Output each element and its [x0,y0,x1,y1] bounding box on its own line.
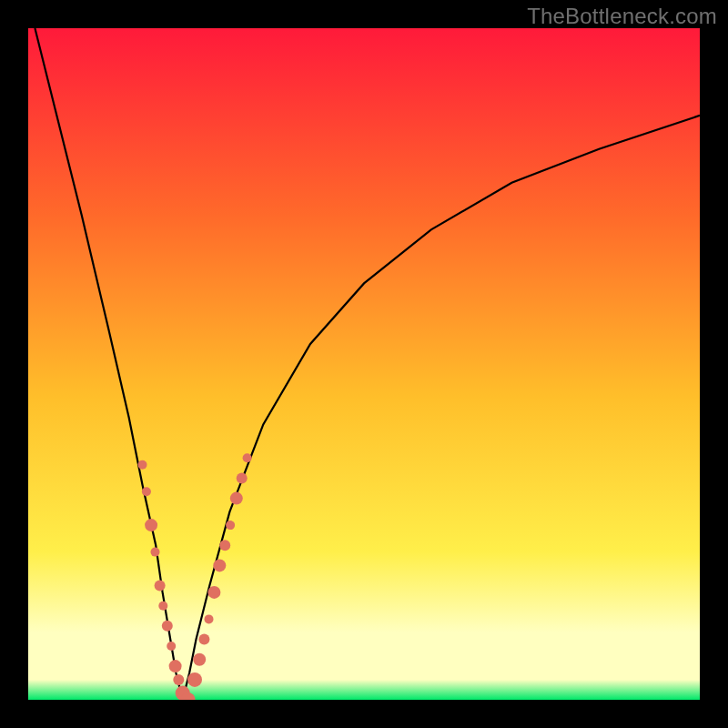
bead-marker [205,614,214,623]
bead-marker [138,460,147,470]
bead-marker [230,492,243,505]
bead-marker [173,674,184,685]
bead-marker [142,487,151,496]
bead-marker [237,473,248,484]
bead-marker [151,548,160,557]
curve-left-branch [35,28,182,700]
curve-layer [28,28,700,700]
bead-marker [226,521,235,530]
curve-right-branch [183,116,700,700]
bead-marker [198,634,209,645]
bead-marker [193,653,206,666]
bead-marker [169,660,182,672]
watermark-text: TheBottleneck.com [527,4,717,29]
bead-marker [213,559,226,571]
bead-marker [162,621,173,632]
bead-marker [187,672,202,687]
bead-marker [243,453,252,462]
bead-marker [167,642,176,651]
bead-marker [219,540,230,551]
bead-marker [158,602,167,611]
bead-marker [145,519,157,531]
outer-frame: TheBottleneck.com [0,0,728,728]
bead-cluster [138,453,252,700]
bead-marker [155,581,166,592]
bead-marker [207,586,220,599]
plot-area [28,28,700,700]
